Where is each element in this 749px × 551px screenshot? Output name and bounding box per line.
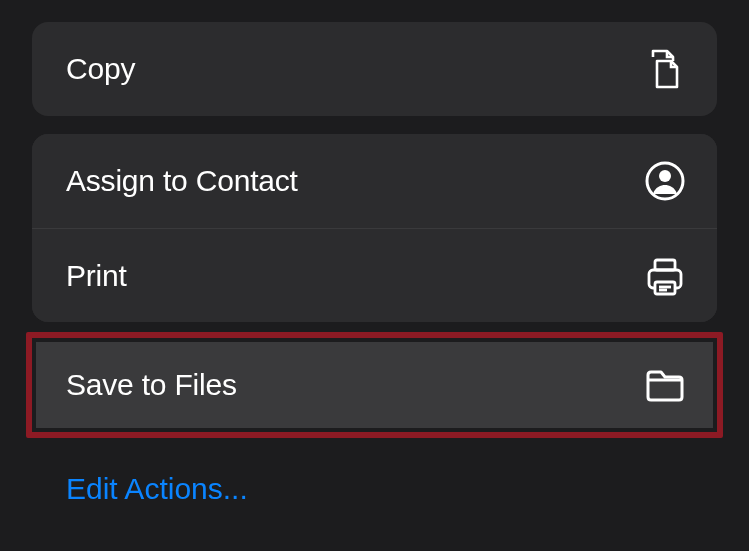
- copy-icon: [643, 47, 687, 91]
- print-label: Print: [66, 259, 127, 293]
- save-files-highlight: Save to Files: [26, 332, 723, 438]
- copy-label: Copy: [66, 52, 135, 86]
- save-files-row[interactable]: Save to Files: [36, 342, 713, 428]
- svg-rect-3: [655, 260, 675, 270]
- action-group-secondary: Assign to Contact Print: [32, 134, 717, 322]
- copy-row[interactable]: Copy: [32, 22, 717, 116]
- print-icon: [643, 254, 687, 298]
- edit-actions-link[interactable]: Edit Actions...: [66, 472, 248, 505]
- folder-icon: [643, 363, 687, 407]
- save-files-label: Save to Files: [66, 368, 237, 402]
- contact-icon: [643, 159, 687, 203]
- svg-point-1: [659, 170, 671, 182]
- print-row[interactable]: Print: [32, 228, 717, 322]
- action-group-copy: Copy: [32, 22, 717, 116]
- assign-contact-label: Assign to Contact: [66, 164, 298, 198]
- footer: Edit Actions...: [32, 466, 717, 506]
- assign-contact-row[interactable]: Assign to Contact: [32, 134, 717, 228]
